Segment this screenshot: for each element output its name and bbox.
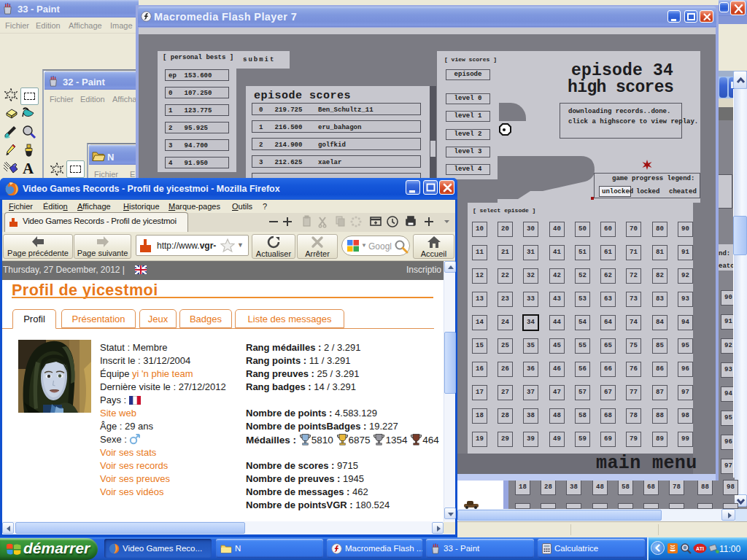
svg-text:ATI: ATI — [696, 546, 704, 551]
